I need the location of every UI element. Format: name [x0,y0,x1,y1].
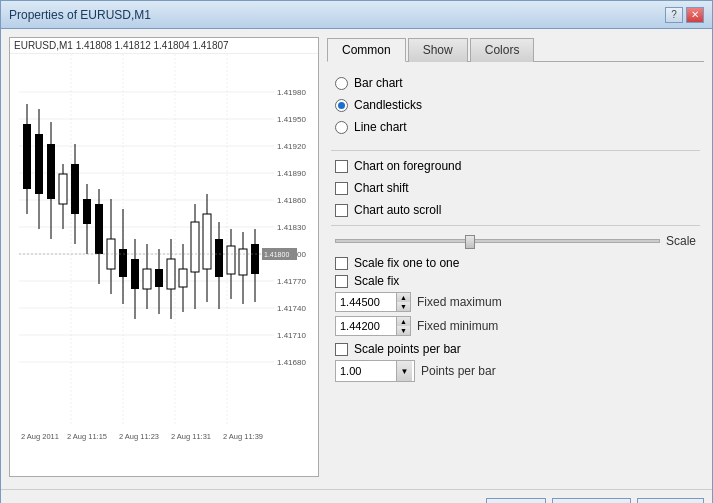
chart-type-group: Bar chart Candlesticks Line chart [331,76,700,134]
svg-rect-62 [227,246,235,274]
scale-label: Scale [666,234,696,248]
checkbox-points-per-bar[interactable]: Scale points per bar [331,342,700,356]
checkbox-foreground[interactable]: Chart on foreground [335,159,700,173]
svg-text:1.41740: 1.41740 [277,304,306,313]
points-per-bar-field[interactable] [336,363,396,379]
checkbox-scale-fix-one-box [335,257,348,270]
dropdown-arrow-icon[interactable]: ▼ [396,361,412,381]
fixed-max-input[interactable]: ▲ ▼ [335,292,411,312]
fixed-min-row: ▲ ▼ Fixed minimum [335,316,696,336]
svg-rect-52 [167,259,175,289]
checkbox-scale-fix-label: Scale fix [354,274,399,288]
chart-svg: 1.41980 1.41950 1.41920 1.41890 1.41860 … [10,54,318,474]
checkbox-scale-fix[interactable]: Scale fix [331,274,700,288]
properties-dialog: Properties of EURUSD,M1 ? ✕ EURUSD,M1 1.… [0,0,713,503]
fixed-min-input[interactable]: ▲ ▼ [335,316,411,336]
chart-canvas: 1.41980 1.41950 1.41920 1.41890 1.41860 … [10,54,318,474]
checkboxes-group: Chart on foreground Chart shift Chart au… [331,159,700,217]
fixed-max-up[interactable]: ▲ [396,293,410,302]
svg-text:1.41830: 1.41830 [277,223,306,232]
svg-rect-38 [83,199,91,224]
svg-rect-0 [19,54,309,474]
svg-text:1.41920: 1.41920 [277,142,306,151]
fixed-min-field[interactable] [336,318,396,334]
titlebar-buttons: ? ✕ [665,7,704,23]
help-button[interactable]: Help [637,498,704,503]
titlebar: Properties of EURUSD,M1 ? ✕ [1,1,712,29]
separator-1 [331,150,700,151]
svg-rect-48 [143,269,151,289]
svg-text:2 Aug 11:39: 2 Aug 11:39 [223,432,263,441]
checkbox-foreground-label: Chart on foreground [354,159,461,173]
checkbox-scale-fix-one-label: Scale fix one to one [354,256,459,270]
fixed-max-field[interactable] [336,294,396,310]
checkbox-scale-fix-one[interactable]: Scale fix one to one [331,256,700,270]
fixed-max-row: ▲ ▼ Fixed maximum [335,292,696,312]
tab-show[interactable]: Show [408,38,468,62]
svg-rect-40 [95,204,103,254]
checkbox-autoscroll[interactable]: Chart auto scroll [335,203,700,217]
svg-text:1.41980: 1.41980 [277,88,306,97]
radio-line-chart[interactable]: Line chart [335,120,700,134]
checkbox-shift[interactable]: Chart shift [335,181,700,195]
checkbox-shift-label: Chart shift [354,181,409,195]
checkbox-shift-box [335,182,348,195]
scale-slider[interactable] [335,239,660,243]
checkbox-autoscroll-label: Chart auto scroll [354,203,441,217]
svg-rect-66 [251,244,259,274]
svg-text:2 Aug 2011: 2 Aug 2011 [21,432,59,441]
checkbox-points-per-bar-box [335,343,348,356]
points-per-bar-label: Points per bar [421,364,496,378]
svg-rect-32 [47,144,55,199]
svg-text:1.41860: 1.41860 [277,196,306,205]
fixed-max-spinners: ▲ ▼ [396,293,410,311]
radio-line-label: Line chart [354,120,407,134]
separator-2 [331,225,700,226]
chart-header: EURUSD,M1 1.41808 1.41812 1.41804 1.4180… [10,38,318,54]
svg-text:2 Aug 11:31: 2 Aug 11:31 [171,432,211,441]
chart-area: EURUSD,M1 1.41808 1.41812 1.41804 1.4180… [9,37,319,477]
svg-text:1.41680: 1.41680 [277,358,306,367]
scale-row: Scale [335,234,696,248]
svg-rect-28 [23,124,31,189]
fixed-max-down[interactable]: ▼ [396,302,410,311]
points-per-bar-dropdown[interactable]: ▼ [335,360,415,382]
radio-bar-circle [335,77,348,90]
scale-thumb[interactable] [465,235,475,249]
svg-rect-46 [131,259,139,289]
close-titlebar-button[interactable]: ✕ [686,7,704,23]
svg-rect-60 [215,239,223,277]
radio-bar-chart[interactable]: Bar chart [335,76,700,90]
radio-candle-circle [335,99,348,112]
points-per-bar-row: ▼ Points per bar [335,360,696,382]
svg-rect-64 [239,249,247,275]
svg-text:1.41770: 1.41770 [277,277,306,286]
dialog-body: EURUSD,M1 1.41808 1.41812 1.41804 1.4180… [1,29,712,485]
checkbox-scale-fix-box [335,275,348,288]
svg-rect-36 [71,164,79,214]
svg-rect-56 [191,222,199,272]
help-titlebar-button[interactable]: ? [665,7,683,23]
panel-content: Bar chart Candlesticks Line chart [327,70,704,392]
dialog-title: Properties of EURUSD,M1 [9,8,151,22]
right-panel: Common Show Colors Bar chart Candlestick… [327,37,704,477]
cancel-button[interactable]: Cancel [552,498,631,503]
svg-text:1.41890: 1.41890 [277,169,306,178]
radio-bar-label: Bar chart [354,76,403,90]
scale-track [335,239,660,243]
svg-rect-34 [59,174,67,204]
fixed-min-up[interactable]: ▲ [396,317,410,326]
radio-candlesticks[interactable]: Candlesticks [335,98,700,112]
tab-common[interactable]: Common [327,38,406,62]
fixed-min-spinners: ▲ ▼ [396,317,410,335]
ok-button[interactable]: OK [486,498,546,503]
svg-text:2 Aug 11:15: 2 Aug 11:15 [67,432,107,441]
svg-text:1.41710: 1.41710 [277,331,306,340]
tab-colors[interactable]: Colors [470,38,535,62]
svg-rect-58 [203,214,211,269]
fixed-min-down[interactable]: ▼ [396,326,410,335]
tab-bar: Common Show Colors [327,37,704,62]
fixed-max-label: Fixed maximum [417,295,502,309]
dialog-footer: OK Cancel Help [1,489,712,503]
fixed-min-label: Fixed minimum [417,319,498,333]
